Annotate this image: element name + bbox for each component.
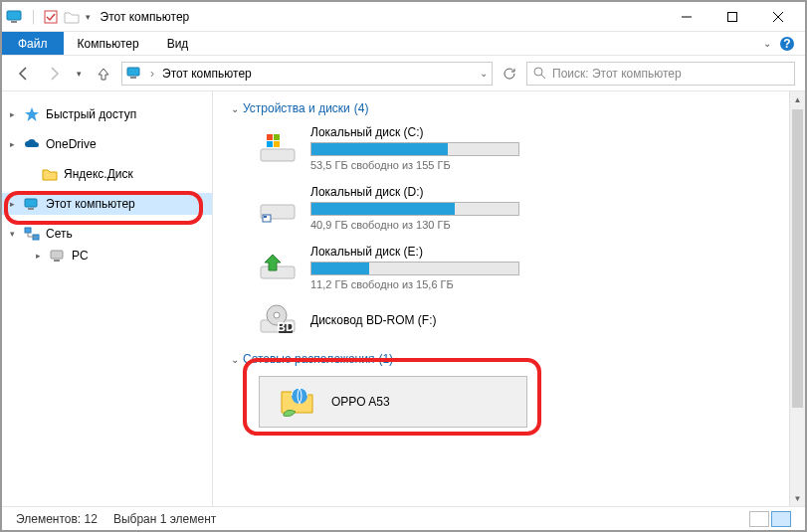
forward-button[interactable] xyxy=(42,62,66,86)
svg-rect-23 xyxy=(274,134,280,140)
svg-rect-13 xyxy=(25,199,37,207)
svg-rect-10 xyxy=(130,77,136,79)
minimize-button[interactable] xyxy=(664,3,709,31)
chevron-icon[interactable]: ▸ xyxy=(10,139,15,149)
drive-e[interactable]: Локальный диск (E:) 11,2 ГБ свободно из … xyxy=(259,245,547,290)
drive-c[interactable]: Локальный диск (C:) 53,5 ГБ свободно из … xyxy=(259,125,547,171)
up-button[interactable] xyxy=(92,62,115,86)
pc-icon xyxy=(24,196,40,212)
sidebar-item-this-pc[interactable]: ▸ Этот компьютер xyxy=(2,193,212,215)
sidebar-item-label: Этот компьютер xyxy=(46,197,135,211)
chevron-icon[interactable]: ▸ xyxy=(10,199,15,209)
close-button[interactable] xyxy=(755,3,801,31)
chevron-icon[interactable]: ▸ xyxy=(36,251,41,261)
sidebar-item-quick-access[interactable]: ▸ Быстрый доступ xyxy=(2,103,212,125)
scroll-up-icon[interactable]: ▲ xyxy=(790,91,805,107)
address-pc-icon xyxy=(126,67,142,80)
sidebar-item-onedrive[interactable]: ▸ OneDrive xyxy=(2,133,212,155)
ribbon-expand-icon[interactable]: ⌄ xyxy=(763,38,771,49)
sidebar-item-label: Быстрый доступ xyxy=(46,107,136,121)
window-title: Этот компьютер xyxy=(101,10,190,24)
section-netloc[interactable]: ⌄ Сетевые расположения (1) xyxy=(231,352,805,366)
section-devices[interactable]: ⌄ Устройства и диски (4) xyxy=(231,101,805,115)
windows-drive-icon xyxy=(259,131,297,165)
checkbox-icon[interactable] xyxy=(44,10,58,24)
svg-rect-0 xyxy=(7,11,21,20)
drive-name: Дисковод BD-ROM (F:) xyxy=(310,313,547,327)
search-box[interactable]: Поиск: Этот компьютер xyxy=(526,62,795,86)
svg-rect-22 xyxy=(267,134,273,140)
explorer-window: │ ▾ Этот компьютер Файл Компьютер Вид ⌄ … xyxy=(0,0,807,532)
drive-bar xyxy=(310,202,519,216)
sidebar-item-network[interactable]: ▾ Сеть xyxy=(2,223,212,245)
drive-sub: 11,2 ГБ свободно из 15,6 ГБ xyxy=(310,278,547,290)
view-details-button[interactable] xyxy=(749,511,769,527)
status-count: Элементов: 12 xyxy=(16,512,98,526)
file-tab[interactable]: Файл xyxy=(2,32,64,55)
drive-sub: 40,9 ГБ свободно из 130 ГБ xyxy=(310,219,547,231)
svg-rect-20 xyxy=(54,260,60,262)
tab-view[interactable]: Вид xyxy=(153,32,203,55)
chevron-icon[interactable]: ▸ xyxy=(10,109,15,119)
bd-drive-icon: BD xyxy=(259,304,297,338)
address-bar[interactable]: › Этот компьютер ⌄ xyxy=(121,62,493,86)
star-icon xyxy=(24,106,40,122)
address-dropdown-icon[interactable]: ⌄ xyxy=(480,68,488,79)
maximize-button[interactable] xyxy=(709,3,755,31)
vertical-scrollbar[interactable]: ▲ ▼ xyxy=(789,91,805,506)
chevron-down-icon[interactable]: ⌄ xyxy=(231,354,239,365)
sidebar-item-pc-node[interactable]: ▸ PC xyxy=(2,245,212,266)
svg-rect-2 xyxy=(45,11,57,23)
quick-access-toolbar: │ ▾ xyxy=(6,10,91,24)
sidebar-item-label: Сеть xyxy=(46,227,73,241)
navbar: ▾ › Этот компьютер ⌄ Поиск: Этот компьют… xyxy=(2,56,805,91)
external-drive-icon xyxy=(259,251,297,284)
scroll-down-icon[interactable]: ▼ xyxy=(790,490,805,506)
content-pane: ⌄ Устройства и диски (4) Локальный диск … xyxy=(213,91,805,506)
svg-rect-4 xyxy=(728,12,737,21)
ribbon: Файл Компьютер Вид ⌄ ? xyxy=(2,32,805,56)
drive-f[interactable]: BD Дисковод BD-ROM (F:) xyxy=(259,304,547,338)
svg-rect-21 xyxy=(261,149,295,161)
svg-text:?: ? xyxy=(783,37,790,51)
svg-point-11 xyxy=(534,68,542,76)
net-folder-icon xyxy=(278,382,317,422)
drive-bar xyxy=(310,262,519,275)
body: ▸ Быстрый доступ ▸ OneDrive Яндекс.Диск … xyxy=(2,91,805,506)
search-icon xyxy=(533,67,546,80)
drives-list: Локальный диск (C:) 53,5 ГБ свободно из … xyxy=(231,125,805,338)
drive-name: Локальный диск (C:) xyxy=(310,125,547,139)
svg-rect-25 xyxy=(274,141,280,147)
qat-sep-icon: │ xyxy=(30,10,38,24)
qat-menu-icon[interactable]: ▾ xyxy=(86,12,91,22)
address-segment[interactable]: Этот компьютер xyxy=(162,67,252,81)
drive-name: Локальный диск (D:) xyxy=(310,185,547,199)
chevron-down-icon[interactable]: ▾ xyxy=(10,229,15,239)
chevron-down-icon[interactable]: ⌄ xyxy=(231,103,239,114)
section-title: Устройства и диски xyxy=(243,101,350,115)
sidebar-item-label: Яндекс.Диск xyxy=(64,167,133,181)
sidebar-item-yandex[interactable]: Яндекс.Диск xyxy=(2,163,212,185)
net-location-name: OPPO A53 xyxy=(331,395,390,409)
section-count: (4) xyxy=(354,101,369,115)
search-placeholder: Поиск: Этот компьютер xyxy=(552,67,682,81)
svg-rect-15 xyxy=(25,228,31,233)
svg-rect-28 xyxy=(264,216,267,218)
recent-button[interactable]: ▾ xyxy=(72,62,86,86)
svg-rect-29 xyxy=(261,266,295,278)
net-location-oppo[interactable]: OPPO A53 xyxy=(259,376,527,428)
drive-d[interactable]: Локальный диск (D:) 40,9 ГБ свободно из … xyxy=(259,185,547,231)
svg-rect-1 xyxy=(11,21,17,23)
refresh-button[interactable] xyxy=(499,63,520,85)
help-icon[interactable]: ? xyxy=(779,36,795,52)
chevron-right-icon[interactable]: › xyxy=(148,67,156,81)
hdd-icon xyxy=(259,191,297,225)
svg-rect-24 xyxy=(267,141,273,147)
folder-mini-icon[interactable] xyxy=(64,10,80,24)
section-title: Сетевые расположения xyxy=(243,352,374,366)
tab-computer[interactable]: Компьютер xyxy=(64,32,153,55)
nav-pane: ▸ Быстрый доступ ▸ OneDrive Яндекс.Диск … xyxy=(2,91,213,506)
view-tiles-button[interactable] xyxy=(771,511,791,527)
scrollbar-thumb[interactable] xyxy=(792,109,803,408)
back-button[interactable] xyxy=(12,62,36,86)
